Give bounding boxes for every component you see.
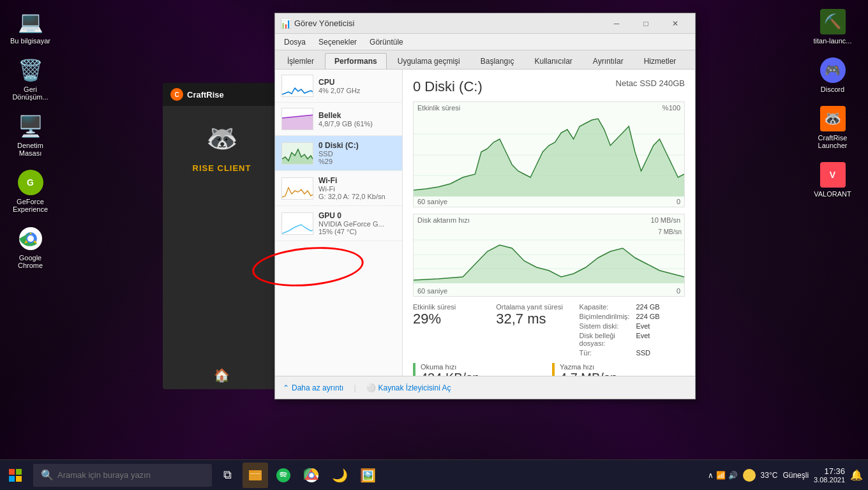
- svg-marker-9: [414, 119, 684, 197]
- open-monitor-text: Kaynak İzleyicisini Aç: [378, 383, 451, 392]
- disk-transfer-chart: Disk aktarım hızı 10 MB/sn 7 MB/sn: [413, 214, 685, 297]
- chart1-footer: 60 saniye 0: [414, 197, 684, 207]
- taskbar-moon-app[interactable]: 🌙: [327, 463, 352, 488]
- menu-dosya[interactable]: Dosya: [278, 35, 312, 49]
- stat-response-value: 32,7 ms: [496, 311, 566, 327]
- notification-icon[interactable]: 🔔: [850, 469, 863, 481]
- taskbar-chrome[interactable]: [299, 463, 324, 488]
- tab-islemler[interactable]: İşlemler: [278, 53, 324, 69]
- svg-rect-20: [250, 473, 260, 474]
- taskbar-search-box[interactable]: 🔍: [33, 464, 212, 487]
- info-pagefile-val: Evet: [636, 332, 685, 347]
- taskbar-spotify[interactable]: [271, 463, 296, 488]
- disk-info-grid: Kapasite: 224 GB Biçimlendirilmiş: 224 G…: [580, 303, 685, 357]
- open-monitor-link[interactable]: ⚪ Kaynak İzleyicisini Aç: [366, 383, 451, 392]
- gpu-info: GPU 0 NVIDIA GeForce G...15% (47 °C): [318, 211, 396, 235]
- sidebar-item-wifi[interactable]: Wi-Fi Wi-FiG: 32,0 A: 72,0 Kb/sn: [275, 171, 402, 206]
- desktop-icon-bu-bilgisayar[interactable]: 💻 Bu bilgisayar: [6, 6, 54, 47]
- maximize-button[interactable]: □: [631, 13, 661, 34]
- tab-baslangic[interactable]: Başlangıç: [471, 53, 524, 69]
- info-pagefile-key: Disk belleği dosyası:: [580, 332, 630, 347]
- desktop-icon-label: Bu bilgisayar: [10, 37, 50, 45]
- craftrise-body: 🦝 RISE CLIENT: [163, 106, 281, 179]
- discord-icon: 🎮: [820, 57, 846, 83]
- craftrise-home-icon[interactable]: 🏠: [214, 368, 230, 383]
- tab-uygulama-gecmisi[interactable]: Uygulama geçmişi: [388, 53, 470, 69]
- bellek-mini-chart: [281, 108, 313, 130]
- desktop-icon-valorant[interactable]: V VALORANT: [809, 160, 857, 200]
- clock-date: 3.08.2021: [814, 476, 845, 484]
- desktop-icons-right: ⛏️ titan-launc... 🎮 Discord 🦝 CraftRise …: [802, 0, 863, 214]
- chrome-icon: [18, 226, 43, 251]
- geforce-icon: G: [18, 170, 43, 195]
- svg-rect-16: [9, 476, 15, 482]
- sidebar-item-bellek[interactable]: Bellek 4,8/7,9 GB (61%): [275, 103, 402, 136]
- window-tabs: İşlemler Performans Uygulama geçmişi Baş…: [275, 50, 695, 70]
- system-tray-icons: ∧ 📶 🔊: [708, 471, 738, 480]
- tab-hizmetler[interactable]: Hizmetler: [634, 53, 686, 69]
- desktop-icon-label: GeForce Experience: [9, 198, 52, 213]
- read-speed: Okuma hızı 434 KB/sn: [413, 363, 546, 376]
- svg-rect-19: [249, 470, 255, 472]
- info-type-val: SSD: [636, 349, 685, 357]
- window-menubar: Dosya Seçenekler Görüntüle: [275, 34, 695, 50]
- gpu-mini-chart: [281, 212, 313, 235]
- monitor-icon: ⚪: [366, 383, 376, 392]
- read-write-row: Okuma hızı 434 KB/sn Yazma hızı 4,7 MB/s…: [413, 363, 685, 376]
- info-capacity-key: Kapasite:: [580, 303, 630, 311]
- disk-sub: SSD%29: [318, 150, 396, 165]
- info-system-val: Evet: [636, 322, 685, 330]
- desktop-icon-titan[interactable]: ⛏️ titan-launc...: [809, 6, 857, 47]
- desktop-icon-label: Geri Dönüşüm...: [9, 85, 52, 101]
- search-input[interactable]: [57, 470, 204, 480]
- less-details-text: Daha az ayrıntı: [292, 383, 343, 392]
- desktop-icon-label: CraftRise Launcher: [811, 134, 854, 149]
- tab-ayrintilar[interactable]: Ayrıntılar: [583, 53, 633, 69]
- task-view-button[interactable]: ⧉: [214, 463, 240, 488]
- chart2-header: Disk aktarım hızı 10 MB/sn: [414, 214, 684, 226]
- chart2-x-label: 60 saniye: [417, 287, 447, 295]
- start-button[interactable]: [0, 460, 31, 491]
- chart1-label-left: Etkinlik süresi: [417, 104, 460, 112]
- taskbar-explorer[interactable]: [243, 463, 268, 488]
- tab-kullanicilar[interactable]: Kullanıcılar: [525, 53, 581, 69]
- tab-performans[interactable]: Performans: [325, 53, 387, 69]
- desktop-icon-denetim-masasi[interactable]: 🖥️ Denetim Masası: [6, 111, 54, 160]
- desktop-icon-chrome[interactable]: Google Chrome: [6, 223, 54, 272]
- chart2-footer: 60 saniye 0: [414, 286, 684, 296]
- close-button[interactable]: ✕: [661, 13, 690, 34]
- disk-mini-chart: [281, 142, 313, 165]
- write-speed: Yazma hızı 4,7 MB/sn: [552, 363, 685, 376]
- window-footer: ⌃ Daha az ayrıntı | ⚪ Kaynak İzleyicisin…: [275, 376, 695, 399]
- stats-row: Etkinlik süresi 29% Ortalama yanıt süres…: [413, 303, 685, 357]
- craftrise-title: CraftRise: [187, 90, 224, 100]
- write-value: 4,7 MB/sn: [560, 371, 685, 376]
- clock-time: 17:36: [814, 466, 845, 476]
- chart1-x-label: 60 saniye: [417, 198, 447, 205]
- titan-icon: ⛏️: [820, 9, 846, 34]
- svg-point-24: [310, 473, 314, 477]
- svg-marker-5: [282, 149, 313, 165]
- less-details-link[interactable]: ⌃ Daha az ayrıntı: [283, 383, 343, 392]
- desktop-icon-geforce[interactable]: G GeForce Experience: [6, 167, 54, 216]
- window-titlebar[interactable]: 📊 Görev Yöneticisi ─ □ ✕: [275, 13, 695, 34]
- chart1-x-right: 0: [677, 198, 680, 205]
- sidebar-item-cpu[interactable]: CPU 4% 2,07 GHz: [275, 70, 402, 103]
- desktop-icon-craftrise[interactable]: 🦝 CraftRise Launcher: [809, 103, 857, 152]
- sidebar-item-gpu[interactable]: GPU 0 NVIDIA GeForce G...15% (47 °C): [275, 206, 402, 241]
- svg-point-3: [27, 235, 34, 242]
- desktop-icon-geri-donusum[interactable]: 🗑️ Geri Dönüşüm...: [6, 55, 54, 103]
- minimize-button[interactable]: ─: [602, 13, 631, 34]
- main-panel: 0 Diski (C:) Netac SSD 240GB Etkinlik sü…: [403, 70, 695, 376]
- taskbar-clock[interactable]: 17:36 3.08.2021: [814, 466, 845, 484]
- sidebar-item-disk[interactable]: 0 Diski (C:) SSD%29: [275, 136, 402, 171]
- menu-secenekler[interactable]: Seçenekler: [312, 35, 363, 49]
- desktop-icon-discord[interactable]: 🎮 Discord: [809, 55, 857, 96]
- info-area: Kapasite: 224 GB Biçimlendirilmiş: 224 G…: [580, 303, 685, 357]
- menu-goruntule[interactable]: Görüntüle: [363, 35, 410, 49]
- chevron-up-tray[interactable]: ∧: [708, 471, 714, 480]
- taskbar-photos[interactable]: 🖼️: [355, 463, 380, 488]
- search-icon: 🔍: [41, 469, 54, 481]
- chart2-label-right: 10 MB/sn: [651, 216, 680, 224]
- svg-rect-15: [16, 469, 22, 475]
